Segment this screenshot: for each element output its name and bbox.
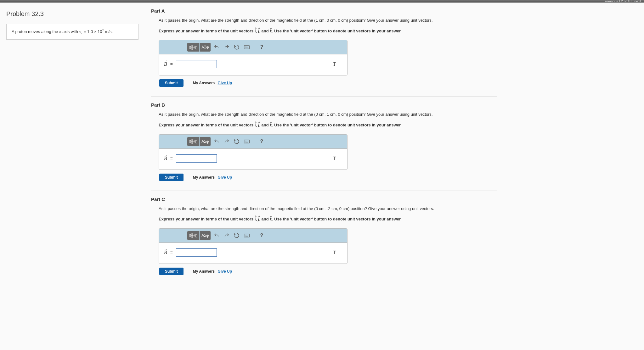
redo-icon [224, 139, 229, 144]
redo-button[interactable] [223, 43, 231, 52]
nav-position: 2 of 18 [621, 0, 632, 3]
my-answers-label: My Answers [193, 81, 215, 85]
give-up-link[interactable]: Give Up [218, 269, 232, 274]
submit-button[interactable]: Submit [159, 79, 184, 87]
help-button[interactable]: ? [257, 231, 266, 240]
root-icon: √▯ [193, 139, 197, 144]
part-header: Part C [151, 197, 497, 202]
keyboard-icon [244, 139, 250, 144]
answer-input[interactable] [176, 248, 217, 257]
give-up-link[interactable]: Give Up [218, 81, 232, 85]
part-header: Part A [151, 8, 497, 14]
part-question: As it passes the origin, what are the st… [159, 111, 497, 118]
part-question: As it passes the origin, what are the st… [159, 206, 497, 212]
reset-icon [234, 44, 240, 50]
variable-label: B [164, 61, 167, 67]
keyboard-icon [244, 45, 250, 49]
reset-button[interactable] [233, 137, 241, 146]
redo-button[interactable] [223, 137, 231, 146]
keyboard-icon [244, 233, 250, 238]
part-instruction: Express your answer in terms of the unit… [159, 216, 497, 223]
my-answers-label: My Answers [193, 175, 215, 180]
keyboard-button[interactable] [243, 231, 251, 240]
template-tool-button[interactable]: ▯▯▯√▯ [187, 231, 199, 240]
part-question: As it passes the origin, what are the st… [159, 17, 497, 24]
equation-toolbar: ▯▯▯√▯ ΑΣφ [159, 229, 347, 243]
part-header: Part B [151, 102, 497, 108]
problem-part: Part C As it passes the origin, what are… [151, 191, 497, 275]
problem-description: A proton moves along the x-axis with vx … [6, 24, 138, 40]
undo-button[interactable] [212, 137, 221, 146]
equals-sign: = [170, 250, 173, 255]
help-button[interactable]: ? [257, 137, 266, 146]
top-nav-bar: previous | 2 of 18 | next [0, 0, 644, 3]
reset-icon [234, 139, 240, 144]
undo-icon [214, 139, 219, 144]
give-up-link[interactable]: Give Up [218, 175, 232, 180]
root-icon: √▯ [193, 233, 197, 238]
problem-part: Part B As it passes the origin, what are… [151, 96, 497, 181]
answer-box: ▯▯▯√▯ ΑΣφ [159, 228, 347, 264]
unit-label: T [333, 250, 342, 255]
nav-next[interactable]: next [634, 0, 641, 3]
toolbar-separator [254, 138, 254, 145]
reset-icon [234, 233, 240, 238]
undo-icon [214, 233, 219, 238]
greek-symbols-button[interactable]: ΑΣφ [200, 137, 211, 146]
reset-button[interactable] [233, 231, 241, 240]
template-tool-button[interactable]: ▯▯▯√▯ [187, 43, 199, 52]
unit-label: T [333, 61, 342, 67]
part-instruction: Express your answer in terms of the unit… [159, 122, 497, 129]
my-answers-label: My Answers [193, 269, 215, 274]
answer-links: My Answers Give Up [193, 269, 232, 274]
template-tool-button[interactable]: ▯▯▯√▯ [187, 137, 199, 146]
toolbar-separator [254, 232, 254, 239]
equation-toolbar: ▯▯▯√▯ ΑΣφ [159, 40, 347, 54]
root-icon: √▯ [193, 45, 197, 50]
equals-sign: = [170, 156, 173, 161]
answer-input[interactable] [176, 60, 217, 68]
part-instruction: Express your answer in terms of the unit… [159, 28, 497, 35]
answer-links: My Answers Give Up [193, 81, 232, 85]
problem-title: Problem 32.3 [6, 10, 138, 18]
answer-box: ▯▯▯√▯ ΑΣφ [159, 134, 347, 170]
equals-sign: = [170, 62, 173, 67]
variable-label: B [164, 156, 167, 161]
greek-symbols-button[interactable]: ΑΣφ [200, 231, 211, 240]
answer-links: My Answers Give Up [193, 175, 232, 180]
submit-button[interactable]: Submit [159, 268, 184, 275]
undo-icon [214, 44, 219, 50]
redo-icon [224, 233, 229, 238]
redo-button[interactable] [223, 231, 231, 240]
redo-icon [224, 44, 229, 50]
reset-button[interactable] [233, 43, 241, 52]
answer-input[interactable] [176, 154, 217, 163]
keyboard-button[interactable] [243, 137, 251, 146]
toolbar-separator [254, 44, 254, 50]
nav-previous[interactable]: previous [605, 0, 618, 3]
undo-button[interactable] [212, 43, 221, 52]
equation-toolbar: ▯▯▯√▯ ΑΣφ [159, 135, 347, 149]
undo-button[interactable] [212, 231, 221, 240]
submit-button[interactable]: Submit [159, 174, 184, 181]
answer-box: ▯▯▯√▯ ΑΣφ [159, 40, 347, 75]
greek-symbols-button[interactable]: ΑΣφ [200, 43, 211, 52]
problem-part: Part A As it passes the origin, what are… [151, 8, 497, 87]
keyboard-button[interactable] [243, 43, 251, 52]
unit-label: T [333, 156, 342, 161]
help-button[interactable]: ? [257, 43, 266, 52]
variable-label: B [164, 250, 167, 255]
